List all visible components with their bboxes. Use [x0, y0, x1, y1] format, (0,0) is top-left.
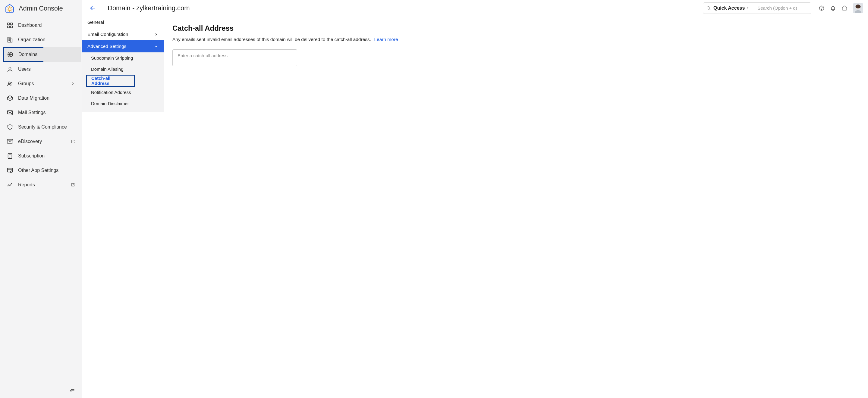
topbar-actions	[818, 3, 863, 13]
chevron-right-icon	[154, 32, 158, 36]
svg-point-16	[707, 6, 710, 9]
help-icon[interactable]	[818, 5, 825, 11]
sidebar-item-dashboard[interactable]: Dashboard	[0, 18, 82, 33]
app-title: Admin Console	[19, 4, 63, 12]
chevron-down-icon	[154, 44, 158, 48]
collapse-sidebar-button[interactable]	[69, 388, 75, 394]
sidebar-item-mail-settings[interactable]: Mail Settings	[0, 105, 82, 120]
sidebar-item-data-migration[interactable]: Data Migration	[0, 91, 82, 105]
sidebar-item-security[interactable]: Security & Compliance	[0, 120, 82, 134]
search-input[interactable]	[757, 5, 805, 11]
settings-subpanel: General Email Configuration Advanced Set…	[82, 16, 164, 398]
svg-point-12	[11, 113, 13, 115]
main-content: Catch-all Address Any emails sent invali…	[164, 16, 407, 398]
external-link-icon	[71, 183, 75, 187]
app-settings-icon	[7, 167, 13, 174]
catch-all-address-input[interactable]	[177, 53, 293, 58]
svg-rect-6	[10, 39, 12, 42]
svg-rect-4	[10, 26, 12, 28]
svg-rect-5	[8, 37, 10, 42]
home-icon[interactable]	[841, 5, 847, 11]
sidebar-item-label: Security & Compliance	[18, 124, 67, 130]
user-avatar[interactable]	[853, 3, 863, 13]
subpanel-sub-notification-address[interactable]: Notification Address	[82, 87, 164, 98]
sidebar-item-label: Dashboard	[18, 23, 41, 28]
subpanel-sub-domain-aliasing[interactable]: Domain Aliasing	[82, 64, 164, 75]
sidebar-item-other-app-settings[interactable]: Other App Settings	[0, 163, 82, 178]
migration-icon	[7, 95, 13, 101]
sidebar-item-ediscovery[interactable]: eDiscovery	[0, 134, 82, 149]
breadcrumb: Domain - zylkertraining.com	[107, 4, 190, 12]
subpanel-item-label: Email Configuration	[87, 32, 128, 37]
subpanel-item-advanced-settings[interactable]: Advanced Settings	[82, 40, 164, 53]
app-logo-icon	[5, 4, 14, 13]
sidebar-item-label: Domains	[19, 52, 37, 57]
quick-access-label: Quick Access	[713, 5, 745, 11]
subpanel-sub-label: Catch-all Address	[91, 75, 128, 86]
advanced-settings-group: Subdomain Stripping Domain Aliasing Catc…	[82, 53, 164, 112]
svg-point-10	[10, 82, 12, 84]
chevron-right-icon	[71, 81, 75, 86]
divider	[753, 5, 753, 11]
topbar: Domain - zylkertraining.com Quick Access	[82, 0, 868, 16]
sidebar-item-label: Groups	[18, 81, 34, 87]
svg-rect-2	[10, 23, 12, 25]
quick-access-search[interactable]: Quick Access	[703, 2, 811, 14]
catch-all-address-field[interactable]	[173, 49, 297, 66]
description-text: Any emails sent invalid email addresses …	[173, 37, 371, 42]
divider	[101, 4, 101, 12]
caret-down-icon	[746, 6, 749, 10]
svg-point-15	[10, 171, 12, 172]
bell-icon[interactable]	[830, 5, 836, 11]
invoice-icon	[7, 153, 13, 159]
building-icon	[7, 36, 13, 43]
globe-icon	[7, 51, 13, 58]
sidebar-nav: Dashboard Organization	[0, 16, 82, 398]
sidebar-item-users[interactable]: Users	[0, 62, 82, 76]
shield-icon	[7, 124, 13, 130]
sidebar-item-label: Other App Settings	[18, 168, 59, 173]
svg-point-18	[821, 9, 822, 9]
page-title: Catch-all Address	[173, 24, 398, 33]
sidebar-item-label: Organization	[18, 37, 45, 42]
subpanel-item-email-configuration[interactable]: Email Configuration	[82, 28, 164, 40]
sidebar-item-label: Mail Settings	[18, 110, 46, 115]
sidebar-item-label: Users	[18, 67, 31, 72]
dashboard-icon	[7, 22, 13, 29]
svg-point-8	[9, 67, 11, 69]
sidebar-item-subscription[interactable]: Subscription	[0, 149, 82, 163]
learn-more-link[interactable]: Learn more	[374, 37, 398, 42]
svg-rect-1	[7, 23, 9, 25]
user-icon	[7, 66, 13, 72]
sidebar-item-organization[interactable]: Organization	[0, 33, 82, 47]
sidebar-item-label: eDiscovery	[18, 139, 42, 144]
subpanel-sub-label: Domain Disclaimer	[91, 101, 129, 106]
subpanel-sub-catch-all-address[interactable]: Catch-all Address	[86, 75, 135, 87]
external-link-icon	[71, 139, 75, 143]
chart-icon	[7, 181, 13, 188]
groups-icon	[7, 80, 13, 87]
svg-point-0	[8, 8, 11, 11]
subpanel-sub-label: Notification Address	[91, 90, 131, 95]
subpanel-item-label: Advanced Settings	[87, 44, 126, 49]
sidebar-item-groups[interactable]: Groups	[0, 76, 82, 91]
subpanel-sub-subdomain-stripping[interactable]: Subdomain Stripping	[82, 53, 164, 64]
sidebar-item-label: Reports	[18, 182, 35, 188]
sidebar-item-domains[interactable]: Domains	[3, 47, 44, 62]
back-button[interactable]	[89, 5, 96, 11]
svg-rect-14	[7, 168, 13, 172]
subpanel-sub-label: Domain Aliasing	[91, 67, 124, 72]
sidebar-header: Admin Console	[0, 0, 82, 16]
svg-point-9	[8, 82, 10, 84]
sidebar: Admin Console Dashboard	[0, 0, 82, 398]
archive-icon	[7, 138, 13, 145]
subpanel-sub-domain-disclaimer[interactable]: Domain Disclaimer	[82, 98, 164, 109]
sidebar-item-reports[interactable]: Reports	[0, 178, 82, 192]
quick-access-dropdown[interactable]: Quick Access	[713, 5, 749, 11]
search-icon	[706, 6, 711, 10]
mail-gear-icon	[7, 109, 13, 116]
sidebar-item-label: Subscription	[18, 153, 44, 159]
subpanel-item-general[interactable]: General	[82, 16, 164, 28]
subpanel-item-label: General	[87, 20, 104, 25]
sidebar-item-label: Data Migration	[18, 95, 50, 101]
